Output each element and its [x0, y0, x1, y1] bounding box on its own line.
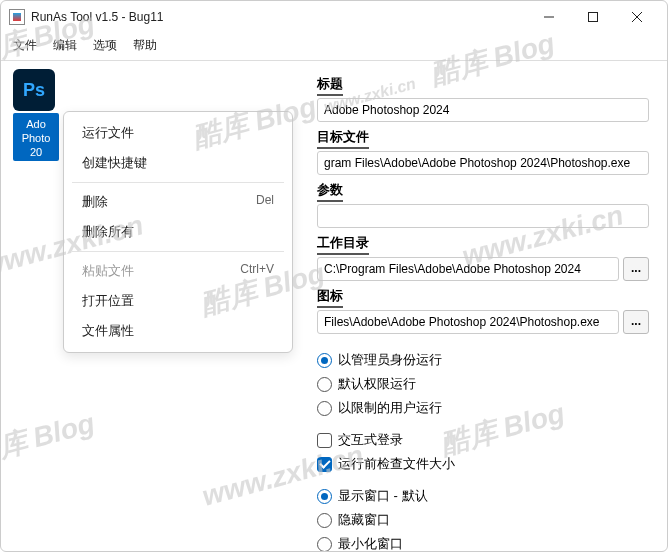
radio-run-limited[interactable]: 以限制的用户运行 — [317, 396, 649, 420]
menu-help[interactable]: 帮助 — [133, 37, 157, 54]
ctx-create-shortcut[interactable]: 创建快捷键 — [64, 148, 292, 178]
label-workdir: 工作目录 — [317, 234, 649, 255]
ctx-delete[interactable]: 删除Del — [64, 187, 292, 217]
workdir-input[interactable] — [317, 257, 619, 281]
icon-browse-button[interactable]: ... — [623, 310, 649, 334]
check-interactive-login[interactable]: 交互式登录 — [317, 428, 649, 452]
radio-run-as-admin[interactable]: 以管理员身份运行 — [317, 348, 649, 372]
menu-options[interactable]: 选项 — [93, 37, 117, 54]
radio-icon — [317, 401, 332, 416]
ctx-delete-all[interactable]: 删除所有 — [64, 217, 292, 247]
menu-edit[interactable]: 编辑 — [53, 37, 77, 54]
radio-hide-window[interactable]: 隐藏窗口 — [317, 508, 649, 532]
ctx-open-location[interactable]: 打开位置 — [64, 286, 292, 316]
params-input[interactable] — [317, 204, 649, 228]
photoshop-icon: Ps — [13, 69, 55, 111]
ctx-run-file[interactable]: 运行文件 — [64, 118, 292, 148]
icon-input[interactable] — [317, 310, 619, 334]
radio-minimize-window[interactable]: 最小化窗口 — [317, 532, 649, 551]
window-title: RunAs Tool v1.5 - Bug11 — [31, 10, 164, 24]
ctx-file-properties[interactable]: 文件属性 — [64, 316, 292, 346]
radio-icon — [317, 537, 332, 552]
file-list-panel: Ps Ado Photo 20 运行文件 创建快捷键 删除Del 删除所有 粘贴… — [1, 61, 311, 551]
menubar: 文件 编辑 选项 帮助 — [1, 33, 667, 61]
tile-line: Photo — [15, 131, 57, 145]
radio-icon — [317, 489, 332, 504]
check-verify-filesize[interactable]: 运行前检查文件大小 — [317, 452, 649, 476]
label-params: 参数 — [317, 181, 649, 202]
svg-rect-1 — [589, 13, 598, 22]
menu-file[interactable]: 文件 — [13, 37, 37, 54]
tile-line: Ado — [15, 117, 57, 131]
maximize-button[interactable] — [571, 2, 615, 32]
tile-line: 20 — [15, 145, 57, 159]
workdir-browse-button[interactable]: ... — [623, 257, 649, 281]
context-menu: 运行文件 创建快捷键 删除Del 删除所有 粘贴文件Ctrl+V 打开位置 文件… — [63, 111, 293, 353]
label-target: 目标文件 — [317, 128, 649, 149]
title-input[interactable] — [317, 98, 649, 122]
app-window: RunAs Tool v1.5 - Bug11 文件 编辑 选项 帮助 Ps A… — [0, 0, 668, 552]
radio-show-window[interactable]: 显示窗口 - 默认 — [317, 484, 649, 508]
radio-icon — [317, 513, 332, 528]
checkbox-icon — [317, 433, 332, 448]
properties-panel: 标题 目标文件 参数 工作目录 ... 图标 ... 以管理员身份运行 默认权限… — [311, 61, 667, 551]
file-item-selected[interactable]: Ado Photo 20 — [13, 113, 59, 161]
label-icon: 图标 — [317, 287, 649, 308]
radio-run-default[interactable]: 默认权限运行 — [317, 372, 649, 396]
minimize-button[interactable] — [527, 2, 571, 32]
ctx-paste-file: 粘贴文件Ctrl+V — [64, 256, 292, 286]
radio-icon — [317, 353, 332, 368]
radio-icon — [317, 377, 332, 392]
close-button[interactable] — [615, 2, 659, 32]
titlebar: RunAs Tool v1.5 - Bug11 — [1, 1, 667, 33]
app-icon — [9, 9, 25, 25]
checkbox-icon — [317, 457, 332, 472]
target-input[interactable] — [317, 151, 649, 175]
label-title: 标题 — [317, 75, 649, 96]
